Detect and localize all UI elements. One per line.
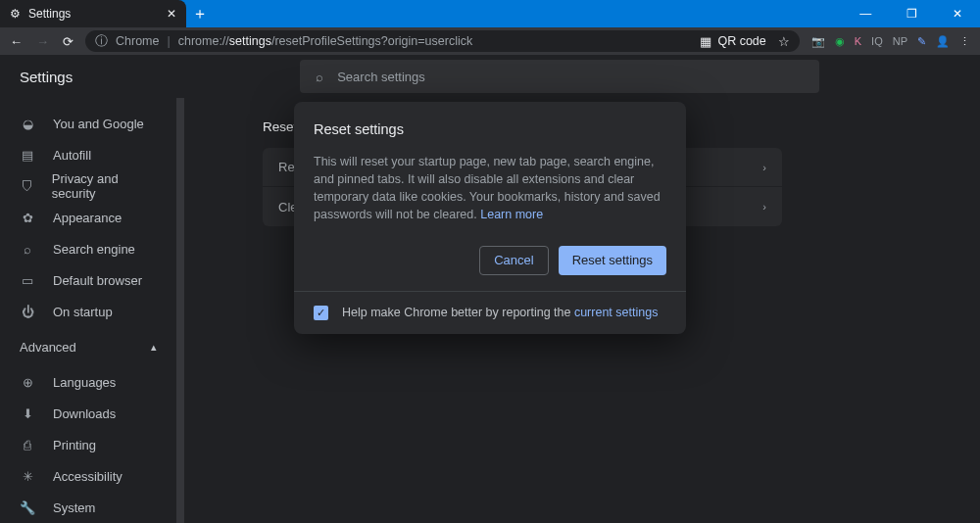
person-icon: ◒ <box>20 117 35 131</box>
search-settings-input[interactable]: ⌕ Search settings <box>300 60 819 93</box>
reset-settings-dialog: Reset settings This will reset your star… <box>294 102 686 334</box>
extensions-area: 📷 ◉ K IQ NP ✎ 👤 ⋮ <box>811 35 970 48</box>
gear-icon: ⚙ <box>10 7 21 21</box>
sidebar-item-label: Downloads <box>53 406 116 421</box>
sidebar-item[interactable]: ✳Accessibility <box>0 460 176 492</box>
back-icon[interactable]: ← <box>10 34 23 49</box>
extension-icon[interactable]: 📷 <box>811 35 825 48</box>
dialog-title: Reset settings <box>314 121 666 137</box>
sidebar-item-label: Languages <box>53 375 116 390</box>
url-security-label: Chrome <box>116 34 159 48</box>
scrollbar[interactable] <box>176 98 184 523</box>
bookmark-star-icon[interactable]: ☆ <box>778 34 790 49</box>
close-tab-icon[interactable]: ✕ <box>167 7 176 21</box>
cancel-button[interactable]: Cancel <box>479 246 548 275</box>
sidebar-item-label: On startup <box>53 305 113 319</box>
extension-icon[interactable]: K <box>855 35 861 47</box>
qr-code-button[interactable]: ▦ QR code <box>700 34 765 49</box>
appearance-icon: ✿ <box>20 211 35 225</box>
new-tab-button[interactable]: ＋ <box>186 0 214 27</box>
settings-sidebar: ◒You and Google▤Autofill⛉Privacy and sec… <box>0 98 176 523</box>
sidebar-item-label: System <box>53 500 95 515</box>
search-icon: ⌕ <box>316 70 323 84</box>
chevron-right-icon: › <box>762 162 766 173</box>
search-icon: ⌕ <box>20 242 35 257</box>
sidebar-item[interactable]: ◒You and Google <box>0 108 176 139</box>
sidebar-item[interactable]: ⎙Printing <box>0 429 176 460</box>
maximize-icon[interactable]: ❐ <box>889 0 935 27</box>
download-icon: ⬇ <box>20 406 35 421</box>
qr-icon: ▦ <box>700 34 711 49</box>
profile-avatar[interactable]: 👤 <box>936 35 950 48</box>
sidebar-item[interactable]: ⌕Search engine <box>0 233 176 264</box>
sidebar-item-label: Autofill <box>53 148 91 163</box>
tab-title: Settings <box>28 7 71 21</box>
sidebar-item-label: Search engine <box>53 242 135 257</box>
extension-icon[interactable]: NP <box>893 35 907 47</box>
sidebar-item[interactable]: ▭Default browser <box>0 264 176 296</box>
sidebar-item[interactable]: ✿Appearance <box>0 202 176 233</box>
dialog-body-text: This will reset your startup page, new t… <box>314 153 666 224</box>
window-title-bar: ⚙ Settings ✕ ＋ ― ❐ ✕ <box>0 0 980 27</box>
forward-icon[interactable]: → <box>36 34 49 49</box>
power-icon: ⏻ <box>20 305 35 319</box>
shield-icon: ⛉ <box>20 179 34 194</box>
browser-tab[interactable]: ⚙ Settings ✕ <box>0 0 186 27</box>
sidebar-item-label: Default browser <box>53 273 142 288</box>
extension-icon[interactable]: ✎ <box>917 35 926 48</box>
sidebar-item[interactable]: ⬇Downloads <box>0 398 176 429</box>
browser-icon: ▭ <box>20 273 35 288</box>
extension-icon[interactable]: ◉ <box>835 35 845 48</box>
sidebar-item[interactable]: ⛉Privacy and security <box>0 170 176 202</box>
current-settings-link[interactable]: current settings <box>574 306 658 319</box>
globe-icon: ⊕ <box>20 375 35 390</box>
sidebar-item[interactable]: 🔧System <box>0 492 176 523</box>
chevron-right-icon: › <box>762 201 766 213</box>
learn-more-link[interactable]: Learn more <box>480 208 543 221</box>
accessibility-icon: ✳ <box>20 469 35 484</box>
sidebar-item-label: Appearance <box>53 211 122 225</box>
sidebar-item[interactable]: ▤Autofill <box>0 139 176 170</box>
sidebar-advanced-toggle[interactable]: Advanced▴ <box>0 327 176 366</box>
chevron-up-icon: ▴ <box>151 341 157 354</box>
sidebar-item[interactable]: ⊕Languages <box>0 366 176 398</box>
menu-icon[interactable]: ⋮ <box>959 35 970 48</box>
search-placeholder: Search settings <box>337 70 425 84</box>
report-checkbox[interactable]: ✓ <box>314 306 328 320</box>
page-title: Settings <box>20 69 73 85</box>
dialog-footer-text: Help make Chrome better by reporting the… <box>342 306 658 319</box>
close-window-icon[interactable]: ✕ <box>934 0 980 27</box>
sidebar-item-label: Accessibility <box>53 469 122 484</box>
sidebar-item[interactable]: ⏻On startup <box>0 296 176 327</box>
autofill-icon: ▤ <box>20 148 35 163</box>
address-bar[interactable]: ⓘ Chrome | chrome://settings/resetProfil… <box>85 30 800 52</box>
site-info-icon[interactable]: ⓘ <box>95 33 108 50</box>
settings-header: Settings ⌕ Search settings <box>0 55 980 98</box>
browser-toolbar: ← → ⟳ ⓘ Chrome | chrome://settings/reset… <box>0 27 980 55</box>
sidebar-item-label: Privacy and security <box>52 171 157 201</box>
minimize-icon[interactable]: ― <box>843 0 889 27</box>
sidebar-item-label: Printing <box>53 438 96 452</box>
reload-icon[interactable]: ⟳ <box>63 34 74 49</box>
sidebar-item-label: You and Google <box>53 117 144 131</box>
reset-settings-button[interactable]: Reset settings <box>559 246 666 275</box>
extension-icon[interactable]: IQ <box>871 35 883 47</box>
system-icon: 🔧 <box>20 500 35 515</box>
print-icon: ⎙ <box>20 438 35 452</box>
